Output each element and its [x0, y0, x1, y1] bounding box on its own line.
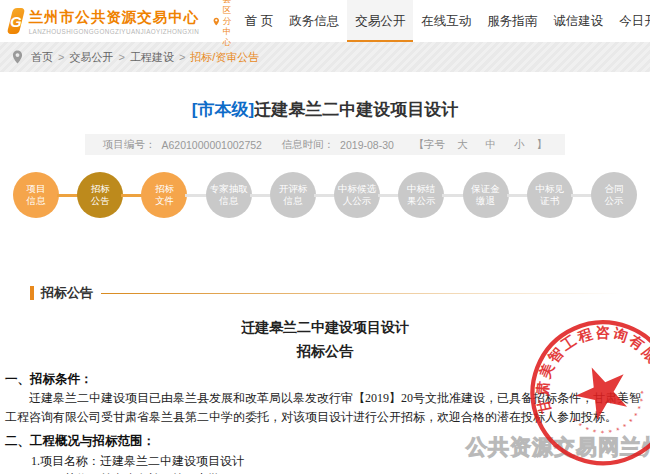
document-title: 迁建皋兰二中建设项目设计 招标公告 — [5, 316, 645, 364]
doc-item-project-unit: 2.项目单位：甘肃省皋兰县第二中学 — [5, 470, 645, 474]
nav-home[interactable]: 首 页 — [237, 0, 281, 42]
announcement-document: 迁建皋兰二中建设项目设计 招标公告 一、招标条件： 迁建皋兰二中建设项目已由皋兰… — [5, 316, 645, 474]
step-expert-extraction[interactable]: 专家抽取信息 — [206, 172, 252, 218]
main-nav: 首 页 政务信息 交易公开 在线互动 服务指南 诚信建设 今日开标 — [237, 0, 650, 42]
crumb-engineering[interactable]: 工程建设 — [130, 50, 174, 65]
font-size-switcher: 【字号 大 中 小 】 — [414, 138, 548, 152]
header: G 兰州市公共资源交易中心 LANZHOUSHIGONGGONGZIYUANJI… — [0, 0, 650, 42]
nav-trade-public[interactable]: 交易公开 — [347, 0, 413, 42]
step-contract-publicity[interactable]: 合同公示 — [591, 172, 637, 218]
step-connector — [378, 194, 400, 197]
crumb-home[interactable]: 首页 — [31, 50, 53, 65]
title-text: 迁建皋兰二中建设项目设计 — [254, 100, 458, 119]
font-size-large-button[interactable]: 大 — [457, 138, 468, 152]
breadcrumb-pin-icon — [12, 50, 23, 64]
nav-today-bid-opening[interactable]: 今日开标 — [611, 0, 650, 42]
crumb-current-tender-notice: 招标/资审公告 — [190, 50, 259, 65]
crumb-separator: > — [118, 51, 124, 63]
step-connector — [185, 194, 207, 197]
process-steps: 项目信息 招标公告 招标文件 专家抽取信息 开评标信息 中标候选人公示 中标结果… — [13, 172, 637, 218]
logo-letter: G — [10, 13, 22, 30]
doc-paragraph-conditions: 迁建皋兰二中建设项目已由皋兰县发展和改革局以皋发改行审【2019】20号文批准建… — [5, 389, 645, 426]
step-tender-notice[interactable]: 招标公告 — [77, 172, 123, 218]
step-award-certificate[interactable]: 中标见证书 — [527, 172, 573, 218]
step-connector — [314, 194, 336, 197]
step-connector — [571, 194, 593, 197]
nav-credit-building[interactable]: 诚信建设 — [545, 0, 611, 42]
section-header: 招标公告 — [30, 284, 622, 302]
step-connector — [121, 194, 143, 197]
location-pin-icon — [213, 14, 220, 29]
doc-heading-scope: 二、工程概况与招标范围： — [5, 432, 645, 451]
brand-text: 兰州市公共资源交易中心 LANZHOUSHIGONGGONGZIYUANJIAO… — [29, 8, 200, 35]
step-connector — [442, 194, 464, 197]
title-level-tag: [市本级] — [192, 100, 254, 119]
nav-online-interact[interactable]: 在线互动 — [413, 0, 479, 42]
step-tender-documents[interactable]: 招标文件 — [141, 172, 187, 218]
branch-label: 县区 分中心 — [223, 0, 237, 48]
section-title: 招标公告 — [41, 284, 93, 302]
site-logo-icon[interactable]: G — [7, 8, 25, 34]
article-meta-bar: 项目编号： A6201000001002752 信息时间： 2019-08-30… — [85, 134, 565, 155]
font-size-medium-button[interactable]: 中 — [486, 138, 497, 152]
publish-time: 信息时间： 2019-08-30 — [282, 138, 394, 152]
breadcrumb: 首页 > 交易公开 > 工程建设 > 招标/资审公告 — [0, 42, 650, 72]
page: G 兰州市公共资源交易中心 LANZHOUSHIGONGGONGZIYUANJI… — [0, 0, 650, 474]
section-divider-line — [101, 293, 622, 294]
crumb-separator: > — [58, 51, 64, 63]
doc-heading-conditions: 一、招标条件： — [5, 370, 645, 389]
step-connector — [507, 194, 529, 197]
crumb-trade-public[interactable]: 交易公开 — [69, 50, 113, 65]
nav-service-guide[interactable]: 服务指南 — [479, 0, 545, 42]
step-result-publicity[interactable]: 中标结果公示 — [398, 172, 444, 218]
step-deposit-refund[interactable]: 保证金缴退 — [463, 172, 509, 218]
site-title: 兰州市公共资源交易中心 — [29, 8, 200, 27]
site-subtitle: LANZHOUSHIGONGGONGZIYUANJIAOYIZHONGXIN — [29, 28, 200, 35]
nav-gov-info[interactable]: 政务信息 — [281, 0, 347, 42]
step-project-info[interactable]: 项目信息 — [13, 172, 59, 218]
font-size-small-button[interactable]: 小 — [514, 138, 525, 152]
step-bid-opening-info[interactable]: 开评标信息 — [270, 172, 316, 218]
project-number: 项目编号： A6201000001002752 — [103, 138, 262, 152]
step-connector — [250, 194, 272, 197]
doc-item-project-name: 1.项目名称：迁建皋兰二中建设项目设计 — [5, 452, 645, 471]
step-candidate-publicity[interactable]: 中标候选人公示 — [334, 172, 380, 218]
page-title: [市本级]迁建皋兰二中建设项目设计 — [0, 98, 650, 121]
step-connector — [57, 194, 79, 197]
district-branch-link[interactable]: 县区 分中心 — [213, 0, 237, 48]
crumb-separator: > — [179, 51, 185, 63]
section-accent-bar — [30, 286, 34, 300]
